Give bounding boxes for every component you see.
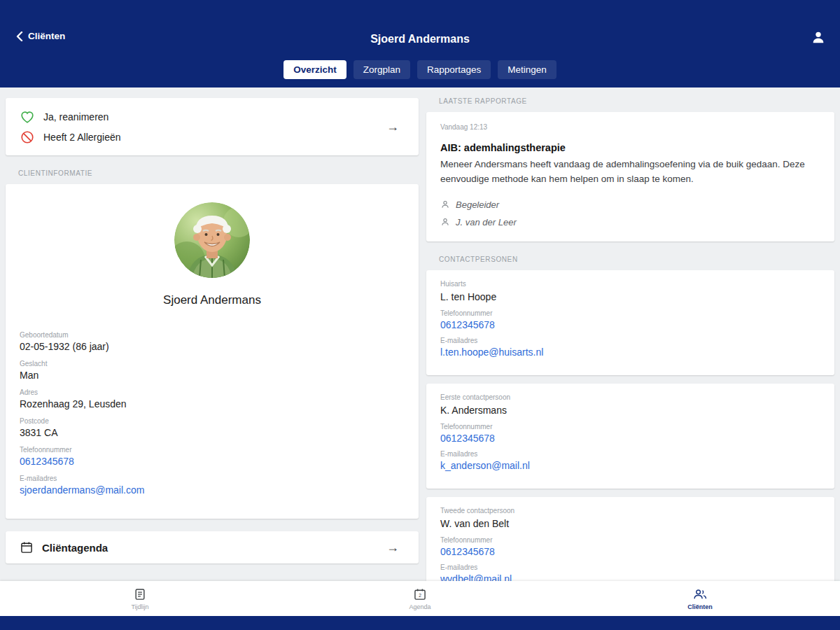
field-label: Geboortedatum	[20, 331, 405, 339]
contact-email-label: E-mailadres	[440, 564, 820, 571]
field-birthdate: Geboortedatum 02-05-1932 (86 jaar)	[20, 331, 405, 352]
clients-icon	[692, 587, 708, 601]
arrow-right-icon: →	[386, 540, 399, 555]
phone-link[interactable]: 0612345678	[20, 456, 405, 467]
contact-phone-label: Telefoonnummer	[440, 536, 820, 544]
contacts-section-label: CONTACTPERSONEN	[439, 255, 834, 263]
field-label: Geslacht	[20, 360, 405, 368]
report-body: Meneer Andersmans heeft vandaag de ademh…	[440, 158, 820, 187]
report-timestamp: Vandaag 12:13	[440, 123, 820, 131]
latest-report-card[interactable]: Vandaag 12:13 AIB: ademhalingstherapie M…	[426, 112, 834, 241]
bottom-nav: Tijdlijn 2 Agenda Cliënten	[0, 581, 840, 616]
tab-overzicht[interactable]: Overzicht	[284, 60, 346, 79]
tab-zorgplan[interactable]: Zorgplan	[354, 60, 410, 79]
email-link[interactable]: sjoerdandermans@mail.com	[20, 484, 405, 496]
client-agenda-button[interactable]: Cliëntagenda →	[6, 531, 419, 564]
header-top-row: Cliënten Sjoerd Andermans	[0, 0, 840, 57]
client-name: Sjoerd Andermans	[20, 293, 405, 307]
person-icon	[440, 200, 450, 209]
tab-metingen[interactable]: Metingen	[498, 60, 556, 79]
back-button[interactable]: Cliënten	[15, 31, 65, 41]
field-email: E-mailadres sjoerdandermans@mail.com	[20, 475, 405, 496]
report-author: J. van der Leer	[456, 217, 517, 227]
report-role: Begeleider	[456, 200, 499, 210]
field-label: E-mailadres	[20, 475, 405, 482]
client-info-card: Sjoerd Andermans Geboortedatum 02-05-193…	[6, 184, 419, 519]
nav-label-tijdlijn: Tijdlijn	[131, 603, 148, 610]
field-value: 3831 CA	[20, 427, 405, 438]
contact-name: K. Andersmans	[440, 405, 820, 416]
contact-phone-label: Telefoonnummer	[440, 309, 820, 317]
contact-name: W. van den Belt	[440, 518, 820, 529]
user-icon	[811, 29, 826, 45]
field-label: Postcode	[20, 417, 405, 425]
allergies-row: Heeft 2 Allergieën	[20, 130, 405, 145]
contact-email-link[interactable]: wvdbelt@mail.nl	[440, 573, 820, 581]
timeline-icon	[133, 587, 147, 601]
nav-item-agenda[interactable]: 2 Agenda	[280, 581, 560, 616]
nav-item-tijdlijn[interactable]: Tijdlijn	[0, 581, 280, 616]
left-column: Ja, reanimeren Heeft 2 Allergieën → CLIE…	[6, 88, 419, 581]
field-phone: Telefoonnummer 0612345678	[20, 446, 405, 467]
contact-email-link[interactable]: k_anderson@mail.nl	[440, 460, 820, 471]
app-window: Cliënten Sjoerd Andermans Overzicht Zorg…	[0, 0, 840, 630]
contact-email-label: E-mailadres	[440, 450, 820, 458]
chevron-left-icon	[15, 31, 24, 41]
agenda-calendar-icon: 2	[413, 587, 427, 601]
nav-label-clienten: Cliënten	[687, 603, 713, 610]
contact-card-first: Eerste contactpersoon K. Andersmans Tele…	[426, 384, 834, 489]
client-fields: Geboortedatum 02-05-1932 (86 jaar) Gesla…	[20, 331, 405, 496]
contact-card-huisarts: Huisarts L. ten Hoope Telefoonnummer 061…	[426, 270, 834, 375]
contact-email-label: E-mailadres	[440, 337, 820, 344]
system-navigation-bar	[0, 616, 840, 630]
resuscitate-row: Ja, reanimeren	[20, 109, 405, 125]
header: Cliënten Sjoerd Andermans Overzicht Zorg…	[0, 0, 840, 88]
contact-name: L. ten Hoope	[440, 291, 820, 302]
prohibition-icon	[20, 130, 35, 145]
field-value: 02-05-1932 (86 jaar)	[20, 341, 405, 352]
contact-email-link[interactable]: l.ten.hoope@huisarts.nl	[440, 346, 820, 358]
report-author-row: J. van der Leer	[440, 217, 820, 227]
contact-role: Eerste contactpersoon	[440, 393, 820, 401]
calendar-icon	[20, 540, 34, 554]
contact-phone-link[interactable]: 0612345678	[440, 319, 820, 330]
contact-card-second: Tweede contactpersoon W. van den Belt Te…	[426, 497, 834, 581]
report-title: AIB: ademhalingstherapie	[440, 142, 820, 153]
report-section-label: LAATSTE RAPPORTAGE	[439, 97, 834, 105]
field-label: Adres	[20, 388, 405, 396]
contact-role: Huisarts	[440, 280, 820, 288]
resuscitate-label: Ja, reanimeren	[43, 111, 108, 122]
arrow-right-icon: →	[386, 120, 399, 134]
tab-rapportages[interactable]: Rapportages	[417, 60, 491, 79]
contact-role: Tweede contactpersoon	[440, 507, 820, 514]
field-value: Rozenhaag 29, Leusden	[20, 398, 405, 410]
nav-item-clienten[interactable]: Cliënten	[560, 581, 840, 616]
report-role-row: Begeleider	[440, 200, 820, 210]
field-postcode: Postcode 3831 CA	[20, 417, 405, 438]
main-content: Ja, reanimeren Heeft 2 Allergieën → CLIE…	[0, 88, 840, 581]
nav-label-agenda: Agenda	[409, 603, 430, 610]
profile-button[interactable]	[811, 29, 826, 48]
avatar-wrap	[20, 202, 405, 278]
person-icon	[440, 217, 450, 227]
back-label: Cliënten	[28, 31, 65, 41]
allergies-label: Heeft 2 Allergieën	[43, 132, 121, 143]
field-gender: Geslacht Man	[20, 360, 405, 381]
field-address: Adres Rozenhaag 29, Leusden	[20, 388, 405, 410]
client-agenda-label: Cliëntagenda	[42, 542, 108, 554]
svg-text:2: 2	[419, 593, 421, 598]
client-photo	[174, 202, 250, 278]
tab-bar: Overzicht Zorgplan Rapportages Metingen	[0, 57, 840, 88]
field-value: Man	[20, 370, 405, 381]
contact-phone-label: Telefoonnummer	[440, 423, 820, 430]
field-label: Telefoonnummer	[20, 446, 405, 454]
page-title: Sjoerd Andermans	[0, 33, 840, 46]
clientinfo-section-label: CLIENTINFORMATIE	[18, 169, 419, 177]
heart-icon	[20, 109, 35, 125]
contact-phone-link[interactable]: 0612345678	[440, 546, 820, 557]
client-avatar	[174, 202, 250, 278]
contact-phone-link[interactable]: 0612345678	[440, 433, 820, 444]
right-column: LAATSTE RAPPORTAGE Vandaag 12:13 AIB: ad…	[426, 88, 834, 581]
medical-alerts-card[interactable]: Ja, reanimeren Heeft 2 Allergieën →	[6, 98, 419, 155]
